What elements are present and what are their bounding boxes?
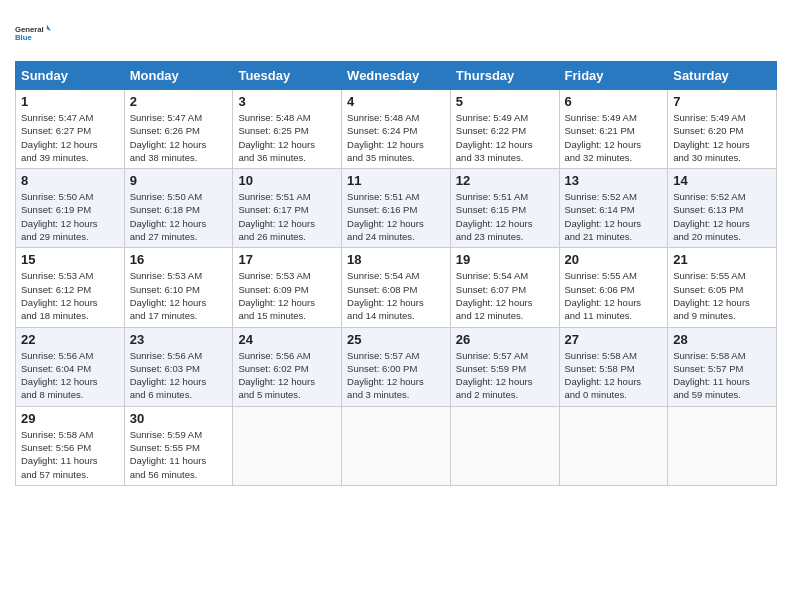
- day-info: Sunrise: 5:54 AMSunset: 6:07 PMDaylight:…: [456, 269, 554, 322]
- calendar-cell: 17Sunrise: 5:53 AMSunset: 6:09 PMDayligh…: [233, 248, 342, 327]
- calendar-cell: 12Sunrise: 5:51 AMSunset: 6:15 PMDayligh…: [450, 169, 559, 248]
- day-info: Sunrise: 5:47 AMSunset: 6:27 PMDaylight:…: [21, 111, 119, 164]
- day-info: Sunrise: 5:57 AMSunset: 6:00 PMDaylight:…: [347, 349, 445, 402]
- day-info: Sunrise: 5:49 AMSunset: 6:22 PMDaylight:…: [456, 111, 554, 164]
- calendar-cell: 21Sunrise: 5:55 AMSunset: 6:05 PMDayligh…: [668, 248, 777, 327]
- weekday-header-tuesday: Tuesday: [233, 62, 342, 90]
- calendar-week-1: 1Sunrise: 5:47 AMSunset: 6:27 PMDaylight…: [16, 90, 777, 169]
- calendar-cell: 5Sunrise: 5:49 AMSunset: 6:22 PMDaylight…: [450, 90, 559, 169]
- calendar-body: 1Sunrise: 5:47 AMSunset: 6:27 PMDaylight…: [16, 90, 777, 486]
- day-info: Sunrise: 5:54 AMSunset: 6:08 PMDaylight:…: [347, 269, 445, 322]
- header: General Blue: [15, 15, 777, 51]
- calendar-cell: [342, 406, 451, 485]
- calendar-week-5: 29Sunrise: 5:58 AMSunset: 5:56 PMDayligh…: [16, 406, 777, 485]
- calendar-cell: 4Sunrise: 5:48 AMSunset: 6:24 PMDaylight…: [342, 90, 451, 169]
- logo: General Blue: [15, 15, 51, 51]
- day-number: 3: [238, 94, 336, 109]
- day-info: Sunrise: 5:56 AMSunset: 6:03 PMDaylight:…: [130, 349, 228, 402]
- day-number: 1: [21, 94, 119, 109]
- day-number: 30: [130, 411, 228, 426]
- svg-marker-2: [47, 25, 51, 31]
- calendar-cell: 30Sunrise: 5:59 AMSunset: 5:55 PMDayligh…: [124, 406, 233, 485]
- day-number: 28: [673, 332, 771, 347]
- calendar-cell: 26Sunrise: 5:57 AMSunset: 5:59 PMDayligh…: [450, 327, 559, 406]
- day-number: 5: [456, 94, 554, 109]
- day-info: Sunrise: 5:53 AMSunset: 6:12 PMDaylight:…: [21, 269, 119, 322]
- calendar-cell: 24Sunrise: 5:56 AMSunset: 6:02 PMDayligh…: [233, 327, 342, 406]
- day-info: Sunrise: 5:51 AMSunset: 6:15 PMDaylight:…: [456, 190, 554, 243]
- calendar-cell: 6Sunrise: 5:49 AMSunset: 6:21 PMDaylight…: [559, 90, 668, 169]
- day-number: 29: [21, 411, 119, 426]
- weekday-header-sunday: Sunday: [16, 62, 125, 90]
- svg-text:Blue: Blue: [15, 33, 32, 42]
- day-info: Sunrise: 5:56 AMSunset: 6:04 PMDaylight:…: [21, 349, 119, 402]
- calendar-cell: 16Sunrise: 5:53 AMSunset: 6:10 PMDayligh…: [124, 248, 233, 327]
- day-number: 12: [456, 173, 554, 188]
- day-info: Sunrise: 5:56 AMSunset: 6:02 PMDaylight:…: [238, 349, 336, 402]
- weekday-header-row: SundayMondayTuesdayWednesdayThursdayFrid…: [16, 62, 777, 90]
- calendar-cell: 15Sunrise: 5:53 AMSunset: 6:12 PMDayligh…: [16, 248, 125, 327]
- day-info: Sunrise: 5:58 AMSunset: 5:57 PMDaylight:…: [673, 349, 771, 402]
- weekday-header-monday: Monday: [124, 62, 233, 90]
- logo-svg: General Blue: [15, 15, 51, 51]
- day-info: Sunrise: 5:51 AMSunset: 6:17 PMDaylight:…: [238, 190, 336, 243]
- calendar-cell: 20Sunrise: 5:55 AMSunset: 6:06 PMDayligh…: [559, 248, 668, 327]
- day-info: Sunrise: 5:57 AMSunset: 5:59 PMDaylight:…: [456, 349, 554, 402]
- calendar-cell: 18Sunrise: 5:54 AMSunset: 6:08 PMDayligh…: [342, 248, 451, 327]
- svg-text:General: General: [15, 25, 44, 34]
- day-info: Sunrise: 5:53 AMSunset: 6:10 PMDaylight:…: [130, 269, 228, 322]
- day-number: 9: [130, 173, 228, 188]
- calendar-cell: [559, 406, 668, 485]
- calendar-cell: [233, 406, 342, 485]
- day-number: 15: [21, 252, 119, 267]
- calendar-table: SundayMondayTuesdayWednesdayThursdayFrid…: [15, 61, 777, 486]
- day-number: 13: [565, 173, 663, 188]
- calendar-cell: [450, 406, 559, 485]
- day-info: Sunrise: 5:50 AMSunset: 6:18 PMDaylight:…: [130, 190, 228, 243]
- day-number: 26: [456, 332, 554, 347]
- calendar-cell: 8Sunrise: 5:50 AMSunset: 6:19 PMDaylight…: [16, 169, 125, 248]
- day-number: 6: [565, 94, 663, 109]
- weekday-header-friday: Friday: [559, 62, 668, 90]
- day-number: 22: [21, 332, 119, 347]
- day-info: Sunrise: 5:51 AMSunset: 6:16 PMDaylight:…: [347, 190, 445, 243]
- calendar-cell: 25Sunrise: 5:57 AMSunset: 6:00 PMDayligh…: [342, 327, 451, 406]
- day-info: Sunrise: 5:47 AMSunset: 6:26 PMDaylight:…: [130, 111, 228, 164]
- day-number: 20: [565, 252, 663, 267]
- day-info: Sunrise: 5:55 AMSunset: 6:06 PMDaylight:…: [565, 269, 663, 322]
- calendar-cell: 9Sunrise: 5:50 AMSunset: 6:18 PMDaylight…: [124, 169, 233, 248]
- day-number: 2: [130, 94, 228, 109]
- day-info: Sunrise: 5:52 AMSunset: 6:13 PMDaylight:…: [673, 190, 771, 243]
- calendar-week-2: 8Sunrise: 5:50 AMSunset: 6:19 PMDaylight…: [16, 169, 777, 248]
- day-number: 25: [347, 332, 445, 347]
- day-info: Sunrise: 5:58 AMSunset: 5:56 PMDaylight:…: [21, 428, 119, 481]
- day-number: 27: [565, 332, 663, 347]
- calendar-cell: 3Sunrise: 5:48 AMSunset: 6:25 PMDaylight…: [233, 90, 342, 169]
- day-number: 11: [347, 173, 445, 188]
- day-info: Sunrise: 5:48 AMSunset: 6:25 PMDaylight:…: [238, 111, 336, 164]
- day-number: 21: [673, 252, 771, 267]
- calendar-cell: 23Sunrise: 5:56 AMSunset: 6:03 PMDayligh…: [124, 327, 233, 406]
- weekday-header-thursday: Thursday: [450, 62, 559, 90]
- day-number: 24: [238, 332, 336, 347]
- day-info: Sunrise: 5:52 AMSunset: 6:14 PMDaylight:…: [565, 190, 663, 243]
- day-info: Sunrise: 5:59 AMSunset: 5:55 PMDaylight:…: [130, 428, 228, 481]
- day-info: Sunrise: 5:49 AMSunset: 6:20 PMDaylight:…: [673, 111, 771, 164]
- day-info: Sunrise: 5:55 AMSunset: 6:05 PMDaylight:…: [673, 269, 771, 322]
- calendar-cell: 14Sunrise: 5:52 AMSunset: 6:13 PMDayligh…: [668, 169, 777, 248]
- day-info: Sunrise: 5:50 AMSunset: 6:19 PMDaylight:…: [21, 190, 119, 243]
- day-number: 16: [130, 252, 228, 267]
- day-number: 7: [673, 94, 771, 109]
- calendar-cell: 7Sunrise: 5:49 AMSunset: 6:20 PMDaylight…: [668, 90, 777, 169]
- day-number: 8: [21, 173, 119, 188]
- day-number: 17: [238, 252, 336, 267]
- calendar-week-4: 22Sunrise: 5:56 AMSunset: 6:04 PMDayligh…: [16, 327, 777, 406]
- calendar-cell: 2Sunrise: 5:47 AMSunset: 6:26 PMDaylight…: [124, 90, 233, 169]
- calendar-cell: 22Sunrise: 5:56 AMSunset: 6:04 PMDayligh…: [16, 327, 125, 406]
- day-info: Sunrise: 5:58 AMSunset: 5:58 PMDaylight:…: [565, 349, 663, 402]
- calendar-cell: 10Sunrise: 5:51 AMSunset: 6:17 PMDayligh…: [233, 169, 342, 248]
- calendar-cell: 28Sunrise: 5:58 AMSunset: 5:57 PMDayligh…: [668, 327, 777, 406]
- day-info: Sunrise: 5:48 AMSunset: 6:24 PMDaylight:…: [347, 111, 445, 164]
- calendar-week-3: 15Sunrise: 5:53 AMSunset: 6:12 PMDayligh…: [16, 248, 777, 327]
- calendar-cell: 11Sunrise: 5:51 AMSunset: 6:16 PMDayligh…: [342, 169, 451, 248]
